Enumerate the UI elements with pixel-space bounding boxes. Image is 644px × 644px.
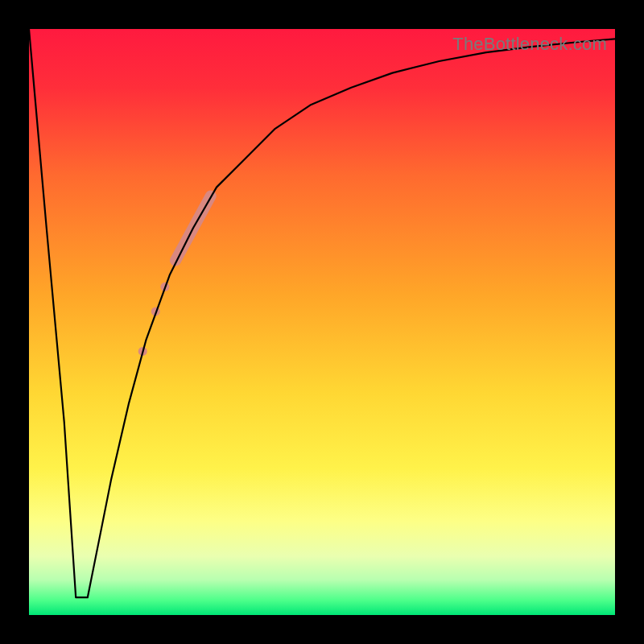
curve-layer — [29, 29, 615, 615]
plot-area: TheBottleneck.com — [29, 29, 615, 615]
bottleneck-curve — [29, 29, 615, 597]
chart-frame: TheBottleneck.com — [0, 0, 644, 644]
watermark-text: TheBottleneck.com — [452, 34, 607, 55]
